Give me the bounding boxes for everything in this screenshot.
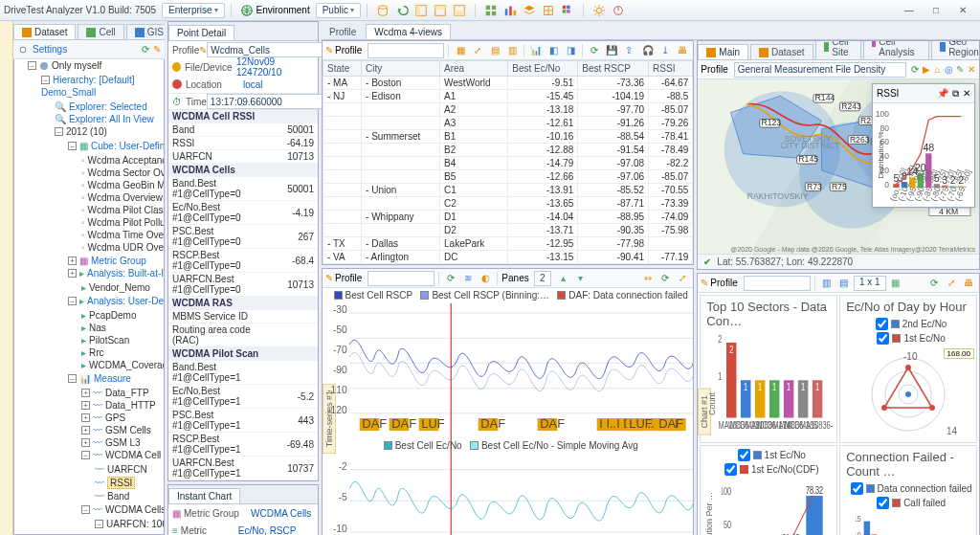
tab-dataset[interactable]: Dataset bbox=[13, 24, 76, 39]
ch-i2[interactable]: ▤ bbox=[836, 276, 852, 291]
close-button[interactable]: ✕ bbox=[949, 2, 976, 19]
settings-row[interactable]: Settings ⟳ ✎ bbox=[13, 40, 165, 59]
tb-ic7[interactable]: ◨ bbox=[563, 43, 578, 58]
db-icon[interactable] bbox=[375, 3, 390, 18]
tree-item[interactable]: ▫Wcdma UDR Overview bbox=[81, 241, 165, 254]
power-icon[interactable] bbox=[611, 3, 626, 18]
ts-i2[interactable]: ◐ bbox=[478, 271, 493, 286]
ts-up[interactable]: ▴ bbox=[556, 271, 571, 286]
ch-i1[interactable]: ▥ bbox=[819, 276, 835, 291]
tree-item[interactable]: ▫Wcdma Time Overview bbox=[81, 229, 165, 241]
color-icon[interactable] bbox=[560, 3, 575, 18]
c2-leg1[interactable] bbox=[876, 318, 888, 330]
tb-share[interactable]: ⇪ bbox=[621, 43, 636, 58]
tree-item[interactable]: ▸Nas bbox=[81, 322, 165, 334]
m-i4[interactable]: ✎ bbox=[955, 62, 965, 78]
ts-panes[interactable] bbox=[534, 271, 551, 286]
maximize-button[interactable]: □ bbox=[923, 2, 949, 19]
c4-leg2[interactable] bbox=[877, 497, 889, 509]
pencil-icon[interactable]: ✎ bbox=[701, 278, 708, 288]
ts-refresh[interactable]: ⟳ bbox=[443, 271, 458, 286]
tb-ic4[interactable]: ▥ bbox=[504, 43, 520, 58]
layout1-icon[interactable] bbox=[413, 3, 429, 18]
tree-item[interactable]: ▫Wcdma Sector Overview bbox=[81, 167, 165, 179]
tree-item[interactable]: –〰WCDMA Cells –UARFCN: 10638 –[0]: Activ… bbox=[81, 503, 165, 535]
gear-icon[interactable] bbox=[591, 3, 607, 18]
map-tab[interactable]: Dataset bbox=[750, 44, 813, 59]
tree-item[interactable]: ▸Rrc bbox=[81, 346, 165, 359]
grid-profile-drop[interactable] bbox=[368, 43, 444, 58]
m-i3[interactable]: ◎ bbox=[944, 62, 953, 78]
tree-item[interactable]: +〰Data_HTTP bbox=[81, 399, 165, 412]
copy-icon[interactable]: ⧉ bbox=[952, 88, 959, 100]
ch-gr[interactable]: ▦ bbox=[888, 276, 903, 291]
tb-sound[interactable]: 🎧 bbox=[640, 43, 656, 58]
tb-ic5[interactable]: 📊 bbox=[528, 43, 544, 58]
layers-icon[interactable] bbox=[522, 3, 537, 18]
tree-item[interactable]: ▸PcapDemo bbox=[81, 309, 165, 322]
map-tab[interactable]: Cell Site bbox=[815, 41, 861, 59]
map-tab[interactable]: Main bbox=[698, 44, 748, 59]
m-i5[interactable]: ✕ bbox=[967, 62, 976, 78]
ts-i1[interactable]: ≋ bbox=[460, 271, 476, 286]
pd-profile-input[interactable] bbox=[207, 42, 336, 57]
tree-item[interactable]: 〰RSSI bbox=[95, 476, 165, 490]
tab-instant-chart[interactable]: Instant Chart bbox=[168, 488, 240, 503]
refresh-icon[interactable]: ⟳ bbox=[142, 44, 149, 55]
minimize-button[interactable]: — bbox=[896, 2, 923, 19]
pencil-icon[interactable]: ✎ bbox=[199, 45, 207, 56]
tree-item[interactable]: ▫Wcdma Pilot Class Per Sector bbox=[81, 204, 165, 216]
tb-ic6[interactable]: ◧ bbox=[546, 43, 561, 58]
ts-i3[interactable]: ⇔ bbox=[640, 271, 656, 286]
tree-item[interactable]: +〰Data_FTP bbox=[81, 387, 165, 399]
pencil-icon[interactable]: ✎ bbox=[325, 273, 333, 283]
edit-icon[interactable]: ✎ bbox=[153, 44, 161, 55]
tree-item[interactable]: +〰GPS bbox=[81, 412, 165, 424]
c3-leg1[interactable] bbox=[738, 449, 750, 461]
ch-profile-drop[interactable] bbox=[744, 276, 811, 291]
tb-save[interactable]: 💾 bbox=[604, 43, 619, 58]
layout2-icon[interactable] bbox=[433, 3, 448, 18]
map-tab[interactable]: Dataset-Cell Analysis bbox=[863, 41, 929, 59]
bars2-icon[interactable] bbox=[541, 3, 556, 18]
tb-print[interactable]: 🖶 bbox=[675, 43, 690, 58]
c2-leg2[interactable] bbox=[877, 332, 889, 345]
tree-item[interactable]: ▫Wcdma GeoBin Metric bbox=[81, 179, 165, 191]
env-dropdown[interactable]: Public bbox=[316, 3, 361, 18]
edition-dropdown[interactable]: Enterprise bbox=[162, 3, 225, 18]
undo-icon[interactable] bbox=[394, 3, 410, 18]
tab-wcdma-4views[interactable]: Wcdma 4-views bbox=[366, 24, 451, 39]
tree-item[interactable]: +〰GSM Cells bbox=[81, 424, 165, 436]
c3-leg2[interactable] bbox=[724, 463, 737, 476]
m-i1[interactable]: ▶ bbox=[922, 62, 931, 78]
tab-point-detail[interactable]: Point Detail bbox=[168, 25, 234, 40]
tab-gis[interactable]: GIS bbox=[126, 24, 165, 39]
close-icon[interactable]: ✕ bbox=[963, 88, 970, 99]
tb-refresh[interactable]: ⟳ bbox=[587, 43, 602, 58]
tree-item[interactable]: ▸WCDMA_Coverage_All bbox=[81, 359, 165, 371]
tb-ic2[interactable]: ⤢ bbox=[470, 43, 485, 58]
map-tab[interactable]: Geo Region bbox=[931, 41, 979, 59]
tb-ic1[interactable]: ▦ bbox=[453, 43, 468, 58]
data-grid[interactable]: StateCityAreaBest Ec/NoBest RSCPRSSI- MA… bbox=[323, 60, 693, 264]
ts-i5[interactable]: ⤢ bbox=[675, 271, 690, 286]
pd-table[interactable]: WCDMA Cell RSSIBand50001RSSI-64.19UARFCN… bbox=[168, 110, 318, 480]
bars-icon[interactable] bbox=[502, 3, 518, 18]
ts-profile-drop[interactable] bbox=[368, 271, 434, 286]
ch-i3[interactable]: ⤢ bbox=[944, 276, 959, 291]
tree-item[interactable]: ▫Wcdma Pilot Pollution Per Sector bbox=[81, 216, 165, 229]
pd-time-input[interactable] bbox=[207, 94, 336, 109]
grid-icon[interactable] bbox=[483, 3, 499, 18]
ch-refresh[interactable]: ⟳ bbox=[926, 276, 942, 291]
ch-i4[interactable]: 🖶 bbox=[961, 276, 976, 291]
pencil-icon[interactable]: ✎ bbox=[325, 45, 333, 56]
rssi-popup[interactable]: RSSI📌⧉✕ Distribution % 100806040200 5814… bbox=[872, 83, 975, 208]
tree-item[interactable]: +〰GSM L3 bbox=[81, 436, 165, 449]
tb-export[interactable]: ⤓ bbox=[657, 43, 673, 58]
tree-item[interactable]: 〰UARFCN bbox=[95, 463, 165, 476]
tb-ic3[interactable]: ▤ bbox=[487, 43, 502, 58]
pin-icon[interactable]: 📌 bbox=[937, 88, 948, 99]
m-i2[interactable]: ⌂ bbox=[932, 62, 942, 78]
c4-leg1[interactable] bbox=[851, 482, 863, 495]
dataset-tree[interactable]: –Only myself –Hierarchy: [Default] Demo_… bbox=[13, 59, 165, 535]
